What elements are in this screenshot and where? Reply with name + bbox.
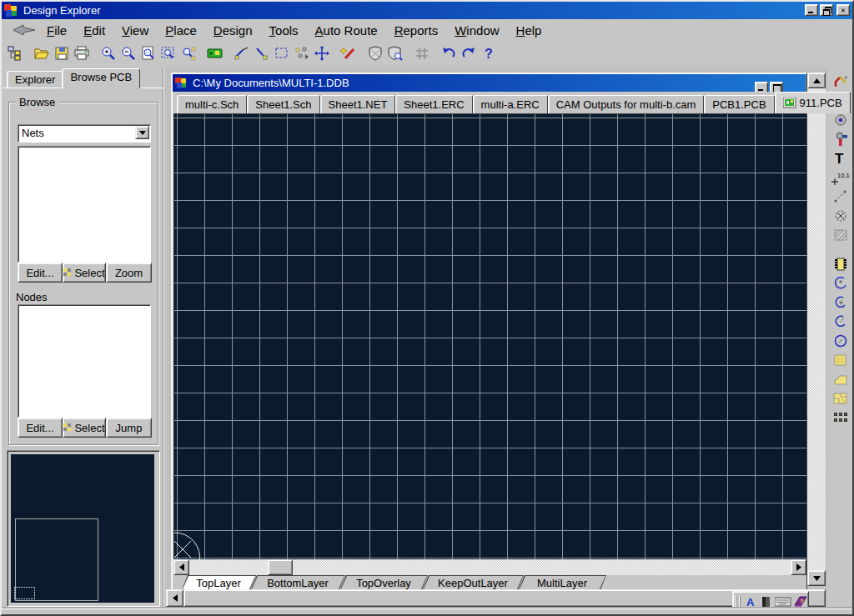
drc-browse-icon[interactable] <box>385 43 405 63</box>
menu-design[interactable]: Design <box>205 22 261 39</box>
tab-browse-pcb[interactable]: Browse PCB <box>62 68 140 88</box>
nets-edit-button[interactable]: Edit... <box>18 263 63 283</box>
document-titlebar[interactable]: C:\My Documents\MULTI-1.DDB <box>173 74 806 92</box>
doc-tab-cam-outputs-for-multi-b-cam[interactable]: CAM Outputs for multi-b.cam <box>548 95 705 113</box>
restore-button[interactable] <box>820 4 833 16</box>
menu-view[interactable]: View <box>113 22 157 39</box>
break-track-icon[interactable] <box>252 43 272 63</box>
browse-type-dropdown[interactable]: Nets <box>18 124 151 143</box>
button-label: Jump <box>116 422 143 434</box>
app-logo-icon <box>3 3 18 20</box>
via-icon[interactable] <box>831 129 851 148</box>
chevron-down-icon <box>139 131 146 135</box>
app-titlebar[interactable]: Design Explorer <box>2 2 852 19</box>
minimap-panel[interactable] <box>7 450 160 607</box>
nodes-jump-button[interactable]: Jump <box>106 418 152 438</box>
doc-hscroll-thumb[interactable] <box>268 559 293 575</box>
move-selection-icon[interactable] <box>292 43 312 63</box>
minimap-view[interactable] <box>11 454 154 603</box>
hscroll-left-arrow[interactable] <box>166 589 183 607</box>
split-plane-icon[interactable] <box>831 388 851 408</box>
select-mask-icon <box>63 423 72 432</box>
fill-hatch-icon[interactable] <box>831 225 851 244</box>
nodes-select-button[interactable]: Select <box>63 418 106 438</box>
tab-explorer[interactable]: Explorer <box>7 71 63 88</box>
menu-grip-arrow-icon[interactable] <box>12 24 37 38</box>
nodes-listbox[interactable] <box>18 304 151 418</box>
zoom-in-icon[interactable] <box>98 43 118 63</box>
doc-tab-multi-c-sch[interactable]: multi-c.Sch <box>177 95 247 113</box>
move-cross-icon[interactable] <box>312 43 332 63</box>
menu-edit[interactable]: Edit <box>75 22 113 39</box>
nets-zoom-button[interactable]: Zoom <box>106 263 152 283</box>
doc-tab-911-pcb[interactable]: 911.PCB <box>775 92 851 113</box>
toolbar-separator <box>225 43 232 63</box>
menu-place[interactable]: Place <box>157 22 205 39</box>
svg-text:T: T <box>835 151 844 166</box>
doc-tab-sheet1-erc[interactable]: Sheet1.ERC <box>395 95 472 113</box>
nodes-edit-button[interactable]: Edit... <box>18 418 63 438</box>
nets-select-button[interactable]: Select <box>63 263 106 283</box>
vscroll-up-arrow[interactable] <box>807 73 826 88</box>
toolbar-separator <box>198 43 205 63</box>
cut-track-icon[interactable] <box>232 43 252 63</box>
open-document-icon[interactable] <box>32 43 52 63</box>
doc-tab-sheet1-net[interactable]: Sheet1.NET <box>320 95 396 113</box>
full-circle-icon[interactable] <box>831 331 851 350</box>
minimize-button[interactable] <box>805 4 818 16</box>
workspace-vscrollbar[interactable] <box>807 73 826 586</box>
interactive-routing-icon[interactable] <box>831 72 851 91</box>
zoom-all-icon[interactable] <box>138 43 158 63</box>
dimension-icon[interactable] <box>831 187 851 206</box>
print-icon[interactable] <box>72 43 92 63</box>
doc-tab-sheet1-sch[interactable]: Sheet1.Sch <box>247 95 319 113</box>
doc-hscrollbar[interactable] <box>173 559 806 575</box>
drc-shield-icon[interactable] <box>365 43 385 63</box>
toolbar-separator <box>405 43 412 63</box>
close-button[interactable] <box>836 4 850 16</box>
menu-window[interactable]: Window <box>446 22 507 39</box>
undo-icon[interactable] <box>439 43 459 63</box>
keepout-arc-icon[interactable] <box>831 206 851 225</box>
menu-reports[interactable]: Reports <box>386 22 447 39</box>
doc-tab-multi-a-erc[interactable]: multi-a.ERC <box>473 95 548 113</box>
zoom-area-icon[interactable] <box>158 43 178 63</box>
string-icon[interactable]: T <box>831 148 851 168</box>
polygon-plane-icon[interactable] <box>831 369 851 388</box>
grid-toggle-icon[interactable] <box>412 43 432 63</box>
ime-grip[interactable] <box>736 595 741 608</box>
redo-icon[interactable] <box>459 43 479 63</box>
board-view-icon[interactable] <box>205 43 225 63</box>
arc-center-icon[interactable] <box>831 293 851 312</box>
zoom-out-icon[interactable] <box>118 43 138 63</box>
doc-hscroll-left-arrow[interactable] <box>173 559 189 575</box>
doc-hscroll-right-arrow[interactable] <box>791 559 806 575</box>
menu-auto-route[interactable]: Auto Route <box>307 22 386 39</box>
menu-tools[interactable]: Tools <box>261 22 307 39</box>
explorer-toggle-icon[interactable] <box>5 43 25 63</box>
coordinate-icon[interactable]: 10,10 <box>831 168 851 187</box>
workspace-hscrollbar[interactable] <box>166 589 826 607</box>
zoom-selection-icon[interactable] <box>178 43 198 63</box>
vscroll-down-arrow[interactable] <box>807 570 826 586</box>
fill-icon[interactable] <box>831 350 851 369</box>
highlight-wand-icon[interactable] <box>339 43 359 63</box>
arc-edge-icon[interactable] <box>831 273 851 293</box>
hscroll-thumb[interactable] <box>183 589 826 607</box>
minimap-viewport-rect[interactable] <box>14 587 35 599</box>
arc-angle-icon[interactable] <box>831 312 851 331</box>
nets-listbox[interactable] <box>18 146 151 263</box>
dropdown-arrow-button[interactable] <box>135 126 149 139</box>
menu-help[interactable]: Help <box>508 22 550 39</box>
doc-tab-label: Sheet1.NET <box>329 98 388 111</box>
pcb-document-icon <box>783 98 796 108</box>
doc-tab-pcb1-pcb[interactable]: PCB1.PCB <box>704 95 774 113</box>
save-icon[interactable] <box>52 43 72 63</box>
doc-tab-label: 911.PCB <box>800 97 842 109</box>
component-icon[interactable] <box>831 254 851 273</box>
selection-box-icon[interactable] <box>272 43 292 63</box>
menu-file[interactable]: File <box>38 22 75 39</box>
array-paste-icon[interactable] <box>831 408 851 427</box>
pcb-view[interactable] <box>173 113 806 559</box>
help-icon[interactable]: ? <box>479 43 499 63</box>
